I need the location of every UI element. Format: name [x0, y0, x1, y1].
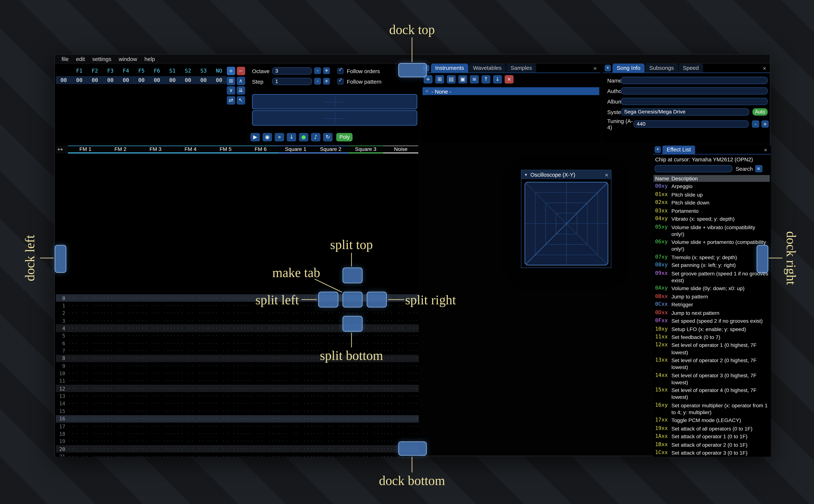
pattern-cell[interactable]: ··· ·· ···	[138, 318, 173, 323]
pattern-cell[interactable]: ··· ·· ···	[243, 394, 278, 398]
pattern-cell[interactable]: ··· ·· ···	[208, 454, 243, 457]
tuning-increase-button[interactable]: +	[761, 120, 769, 128]
pattern-cell[interactable]: ··· ·· ···	[383, 341, 418, 346]
pattern-cell[interactable]: ··· ·· ···	[243, 311, 278, 316]
pattern-cell[interactable]: ··· ·· ···	[68, 371, 103, 376]
auto-button[interactable]: Auto	[752, 108, 768, 116]
pattern-cell[interactable]: ··· ·· ···	[383, 394, 418, 398]
effect-row[interactable]: 05xyVolume slide + vibrato (compatibilit…	[654, 223, 770, 238]
system-input[interactable]: Sega Genesis/Mega Drive	[621, 108, 749, 116]
menu-item-settings[interactable]: settings	[89, 55, 115, 63]
effect-row[interactable]: 1AxxSet attack of operator 1 (0 to 1F)	[654, 433, 770, 441]
pattern-cell[interactable]: ··· ·· ···	[278, 379, 313, 383]
instrument-folders-button[interactable]: ≡	[470, 75, 479, 84]
order-cell[interactable]: 00	[103, 77, 118, 83]
pattern-cell[interactable]: ··· ·· ···	[68, 356, 103, 361]
pattern-cell[interactable]: ··· ·· ···	[348, 311, 383, 316]
pattern-cell[interactable]: ··· ·· ···	[173, 371, 208, 376]
pattern-cell[interactable]: ··· ·· ···	[278, 356, 313, 361]
pattern-cell[interactable]: ··· ·· ···	[68, 447, 103, 451]
pattern-cell[interactable]: ··· ·· ···	[348, 379, 383, 383]
pattern-cell[interactable]: ··· ·· ···	[208, 333, 243, 338]
pattern-cell[interactable]: ··· ·· ···	[68, 439, 103, 444]
song-info-tab-subsongs[interactable]: Subsongs	[645, 64, 678, 73]
pattern-cell[interactable]: ··· ·· ···	[68, 454, 103, 457]
step-input[interactable]: 1	[272, 78, 312, 85]
pattern-cell[interactable]: ··· ·· ···	[138, 416, 173, 421]
pattern-cell[interactable]: ··· ·· ···	[383, 401, 418, 406]
pattern-cell[interactable]: ··· ·· ···	[383, 311, 418, 316]
collapse-arrow-icon[interactable]: ▼	[524, 173, 528, 177]
pattern-cell[interactable]: ··· ·· ···	[348, 431, 383, 436]
pattern-cell[interactable]: ··· ·· ···	[313, 409, 348, 414]
pattern-cell[interactable]: ··· ·· ···	[68, 424, 103, 429]
dock-left-target[interactable]	[55, 245, 66, 273]
pattern-cell[interactable]: ··· ·· ···	[208, 379, 243, 383]
pattern-cell[interactable]: ··· ·· ···	[243, 431, 278, 436]
pattern-cell[interactable]: ··· ·· ···	[103, 416, 138, 421]
pattern-cell[interactable]: ··· ·· ···	[173, 349, 208, 353]
menu-icon[interactable]: ≡	[755, 165, 762, 172]
pattern-cell[interactable]: ··· ·· ···	[173, 333, 208, 338]
octave-decrease-button[interactable]: -	[314, 67, 321, 74]
instrument-item[interactable]: ○- None -	[423, 87, 599, 95]
pattern-cell[interactable]: ··· ·· ···	[313, 439, 348, 444]
pattern-cell[interactable]: ··· ·· ···	[208, 401, 243, 406]
pattern-cell[interactable]: ··· ·· ···	[383, 356, 418, 361]
pattern-cell[interactable]: ··· ·· ···	[348, 424, 383, 429]
pattern-cell[interactable]: ··· ·· ···	[103, 296, 138, 300]
pattern-cell[interactable]: ··· ·· ···	[348, 409, 383, 414]
pattern-cell[interactable]: ··· ·· ···	[383, 386, 418, 391]
order-duplicate-button[interactable]: ⊞	[227, 76, 235, 85]
pattern-cell[interactable]: ··· ·· ···	[103, 394, 138, 398]
pattern-cell[interactable]: ··· ·· ···	[138, 379, 173, 383]
pattern-cell[interactable]: ··· ·· ···	[243, 401, 278, 406]
instrument-delete-button[interactable]: ×	[505, 75, 514, 84]
pattern-cell[interactable]: ··· ·· ···	[208, 409, 243, 414]
pattern-cell[interactable]: ··· ·· ···	[138, 311, 173, 316]
pattern-cell[interactable]: ··· ·· ···	[383, 409, 418, 414]
author-input[interactable]	[621, 87, 768, 95]
effect-row[interactable]: 17xxToggle PCM mode (LEGACY)	[654, 416, 770, 424]
pattern-cell[interactable]: ··· ·· ···	[138, 371, 173, 376]
stop-button[interactable]: ◉	[262, 133, 272, 141]
pattern-cell[interactable]: ··· ·· ···	[348, 371, 383, 376]
pattern-cell[interactable]: ··· ·· ···	[103, 318, 138, 323]
channel-header-fm-5[interactable]: FM 5	[208, 146, 243, 153]
pattern-cell[interactable]: ··· ·· ···	[173, 409, 208, 414]
effect-row[interactable]: 1BxxSet attack of operator 2 (0 to 1F)	[654, 441, 770, 449]
pattern-cell[interactable]: ··· ·· ···	[208, 356, 243, 361]
pattern-cell[interactable]: ··· ·· ···	[278, 333, 313, 338]
pattern-cell[interactable]: ··· ·· ···	[103, 333, 138, 338]
pattern-cell[interactable]: ··· ·· ···	[173, 447, 208, 451]
order-move-down-button[interactable]: ∨	[227, 86, 235, 95]
pattern-cell[interactable]: ··· ·· ···	[208, 431, 243, 436]
effect-row[interactable]: 1CxxSet attack of operator 3 (0 to 1F)	[654, 449, 770, 457]
order-remove-button[interactable]: −	[236, 67, 245, 75]
pattern-cell[interactable]: ··· ·· ···	[138, 431, 173, 436]
order-cell[interactable]: 00	[196, 77, 211, 83]
pattern-cell[interactable]: ··· ·· ···	[278, 454, 313, 457]
pattern-cell[interactable]: ··· ·· ···	[348, 416, 383, 421]
split-bottom-target[interactable]	[342, 316, 362, 332]
close-icon[interactable]: ×	[605, 171, 608, 178]
pattern-cell[interactable]: ··· ·· ···	[173, 326, 208, 331]
pattern-cell[interactable]: ··· ·· ···	[68, 333, 103, 338]
pattern-cell[interactable]: ··· ·· ···	[138, 341, 173, 346]
effect-row[interactable]: 06xyVolume slide + portamento (compatibi…	[654, 238, 770, 253]
pattern-cell[interactable]: ··· ·· ···	[383, 326, 418, 331]
channel-header-fm-3[interactable]: FM 3	[138, 146, 173, 153]
instrument-open-button[interactable]: ▤	[447, 75, 456, 84]
pattern-cell[interactable]: ··· ·· ···	[348, 386, 383, 391]
menu-item-window[interactable]: window	[115, 55, 141, 63]
order-duplicate-end-button[interactable]: ⇊	[236, 86, 245, 95]
pattern-cell[interactable]: ··· ·· ···	[278, 409, 313, 414]
play-pattern-button[interactable]: »	[275, 133, 284, 141]
pattern-cell[interactable]: ··· ·· ···	[313, 341, 348, 346]
order-cell[interactable]: 00	[134, 77, 149, 83]
order-cell[interactable]: 00	[165, 77, 180, 83]
pattern-cell[interactable]: ··· ·· ···	[138, 356, 173, 361]
pattern-cell[interactable]: ··· ·· ···	[103, 401, 138, 406]
pattern-cell[interactable]: ··· ·· ···	[278, 371, 313, 376]
effect-row[interactable]: 0DxxJump to next pattern	[654, 309, 770, 317]
